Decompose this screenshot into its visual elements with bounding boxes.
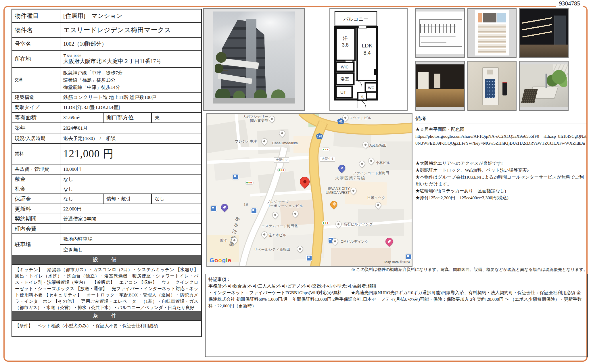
- photo-interior-hallway: [415, 61, 465, 111]
- remarks-bullet: ★本物件はグループ会社HOZENによる24時間コールセンターサービスが無料でご利…: [415, 174, 587, 187]
- table-row-type: 物件種目 [住居用] マンション: [12, 9, 201, 23]
- row-value: [60, 224, 201, 233]
- street-tree: [215, 50, 228, 87]
- equipment-text: 【キッチン】 給湯器（都市ガス）・ガスコンロ（2口）・システムキッチン 【水廻り…: [12, 265, 201, 311]
- table-row-townfee: 町内会費: [12, 224, 201, 234]
- poi-label: プレジャーズコーポレーションビル: [266, 200, 303, 208]
- poi-label: プレジオ中津: [235, 139, 257, 143]
- room-west-label: 洋: [343, 35, 348, 41]
- google-logo: Google: [210, 257, 231, 264]
- row-label: 礼金: [12, 184, 60, 194]
- bus-stop-icon: [306, 255, 312, 261]
- table-row-keymoney: 礼金 なし: [12, 184, 201, 194]
- door-arc: [358, 100, 366, 108]
- remarks-url: https://photos.google.com/share/AF1QipNA…: [415, 133, 587, 147]
- station-icon: [233, 174, 239, 180]
- row-value: 22,000円: [60, 204, 201, 214]
- access-line: 阪急神戸線「中津」徒歩7分: [63, 69, 122, 76]
- poi-label: 小林ビル: [376, 161, 390, 165]
- poi-label: Apt.新梅田: [369, 143, 387, 147]
- row-value: 1LDK[洋:3.8畳 LDK:8.4畳]: [60, 103, 201, 112]
- remarks-bullet: ★原付125cc:2,200円 125cc400cc:3,300円(税込): [415, 194, 587, 201]
- postal-code: 〒531-0076: [63, 53, 81, 58]
- poi-label: OMビルディング: [341, 240, 369, 244]
- poi-label: エステムコート梅田北: [261, 224, 298, 228]
- poi-label: リベールシティ新梅田: [254, 248, 290, 252]
- poi-label: 日米クツク: [367, 196, 385, 200]
- map-attribution: Map data ©2024: [384, 260, 410, 264]
- row-label: 駐車場: [12, 234, 60, 255]
- photo-blueprint: [415, 8, 465, 58]
- row-label: 間取タイプ: [12, 103, 60, 112]
- property-table: 物件種目 [住居用] マンション 物件名 エスリードレジデンス梅田マークス 号室…: [11, 9, 202, 337]
- special-notes-title: 特記事項：: [208, 276, 584, 283]
- remarks-bullet: ★駐輪場0円(ステッカーあり 区画指定なし): [415, 187, 587, 194]
- row-label: 建築構造: [12, 93, 60, 102]
- remarks-title: 備考: [415, 115, 587, 124]
- bus-stop-icon: [211, 206, 217, 212]
- row-value: 10,000円: [60, 164, 201, 174]
- table-row-access: 交通 阪急神戸線「中津」徒歩7分 環状線「福島」徒歩13分 御堂筋線「中津」徒歩…: [12, 68, 201, 93]
- remarks-plan-line: ★☆居室平面図・配色図: [415, 126, 587, 133]
- photo-intercom-panel: [467, 61, 517, 111]
- poi-label: 佐々木ビル: [268, 233, 286, 237]
- table-row-deposit: 敷金 なし: [12, 175, 201, 184]
- photo-pet-wash-station: [519, 61, 569, 111]
- poi-label: 大岩マシナリー関西事業部: [238, 115, 268, 123]
- row-value: 普通借家 2年間: [60, 214, 201, 223]
- table-row-layout: 間取タイプ 1LDK[洋:3.8畳 LDK:8.4畳]: [12, 103, 201, 113]
- poi-label: ファインコート新梅田: [353, 171, 389, 175]
- row-value: なし: [60, 184, 201, 194]
- row-label: 保証金: [12, 194, 60, 204]
- photo-color-scheme-chart: [467, 8, 517, 58]
- balcony-label: バルコニー: [343, 16, 369, 22]
- location-map: あみだ池筋 大淀区第7号線 19 41 176 大淀中2 大淀中1: [206, 113, 412, 267]
- disclaimer-note: ※ この資料は物件の概略紹介資料になります。写真、間取図面、設備、概要などが現況…: [351, 267, 588, 272]
- row-value: 1002（10階部分）: [60, 38, 201, 50]
- table-row-parking: 駐車場 敷地内駐車場 空き無し: [12, 234, 201, 255]
- parking-line: 敷地内駐車場: [60, 234, 201, 245]
- building-photo-image: [213, 12, 295, 104]
- poi-label: SWANS CITYUMEDA WEST: [323, 187, 350, 195]
- guarantee-value: なし: [60, 194, 103, 204]
- poi-label: 近洋: [220, 238, 227, 242]
- poi-label: 高石ビルディング: [344, 222, 373, 226]
- facing-label: 開口部方位: [103, 113, 152, 122]
- blueprint-drawing: [419, 19, 462, 47]
- utility-label: UT: [340, 90, 346, 95]
- row-value: 鉄筋コンクリート造 地上11階 総戸数100戸: [60, 93, 201, 102]
- table-row-fee: 共益費・管理費 10,000円: [12, 164, 201, 175]
- area-value: 31.69m²: [60, 113, 103, 122]
- table-row-renewal: 更新料 22,000円: [12, 204, 201, 214]
- parking-line: 空き無し: [60, 245, 201, 255]
- special-notes-line: 事務所:不可/飲食店:不可/二人入居:不可/ピアノ:不可/楽器:不可/小型犬:可…: [208, 283, 584, 289]
- row-label: 物件名: [12, 23, 60, 37]
- wc-label: WC: [368, 86, 374, 90]
- row-label: 更新料: [12, 204, 60, 214]
- street-name-route7: 大淀区第7号線: [335, 176, 366, 181]
- access-line: 御堂筋線「中津」徒歩14分: [63, 84, 120, 91]
- table-row-area: 専有面積 31.69m² 開口部方位 東: [12, 113, 201, 123]
- table-row-rent: 賃料 121,000 円: [12, 144, 201, 164]
- page-number: 9304785: [556, 0, 583, 7]
- ldk-size: 8.4: [363, 50, 371, 56]
- poi-label: マツモトビル: [349, 116, 371, 120]
- row-value: 退去予定(4/30) / 相談: [60, 133, 201, 143]
- traffic-light-icon: [322, 221, 330, 225]
- poi-label: CasaUmedakita: [272, 141, 298, 145]
- road-label-oyodonaka2: 大淀中2: [274, 157, 289, 163]
- road-label-oyodonaka1: 大淀中1: [320, 156, 335, 162]
- photo-entrance-lobby: [519, 8, 569, 58]
- row-label: 専有面積: [12, 113, 60, 122]
- table-row-built: 築年 2024年01月: [12, 123, 201, 133]
- remarks-bullet: ★顔認証オートロック、Wifi無料、ペット洗い場等充実♪: [415, 167, 587, 174]
- bathroom-label: 浴室: [340, 76, 349, 81]
- table-row-status: 現況/入居時期 退去予定(4/30) / 相談: [12, 133, 201, 144]
- entrance-label: 玄: [360, 95, 364, 99]
- remarks-section: 備考 ★☆居室平面図・配色図 https://photos.google.com…: [415, 115, 587, 201]
- remarks-bullet: ★大阪梅北エリアへのアクセスが良好です!: [415, 160, 587, 167]
- conditions-text: 【条件】 ペット相談（小型犬のみ）・保証人不要・保証会社利用必須: [12, 321, 201, 336]
- row-label: 号室名: [12, 38, 60, 50]
- table-row-guarantee: 保証金 なし 償却・敷引 なし: [12, 194, 201, 204]
- row-label: 築年: [12, 123, 60, 133]
